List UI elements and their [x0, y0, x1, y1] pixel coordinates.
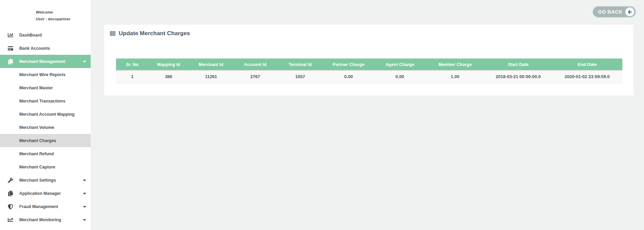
table-cell: 1057	[277, 70, 323, 83]
sidebar-nav: DashBoardBank AccountsMerchant Managemen…	[0, 28, 91, 226]
credit-card-icon	[7, 46, 14, 51]
sidebar-item-merchant-refund[interactable]: Merchant Refund	[0, 147, 91, 160]
sidebar-item-label: DashBoard	[19, 33, 42, 38]
sidebar-item-merchant-account-mapping[interactable]: Merchant Account Mapping	[0, 108, 91, 121]
sidebar-item-merchant-settings[interactable]: Merchant Settings	[0, 174, 91, 187]
back-arrow-icon	[625, 7, 634, 16]
chevron-down-icon	[83, 180, 86, 181]
go-back-label: GO BACK	[598, 9, 622, 15]
sidebar-subitem-label: Merchant Transactions	[19, 99, 65, 104]
sidebar-item-label: Application Manager	[19, 191, 61, 196]
sidebar-item-application-manager[interactable]: Application Manager	[0, 187, 91, 200]
copy-icon	[7, 59, 14, 64]
table-icon	[110, 31, 115, 36]
column-header-partner-charge: Partner Charge	[323, 59, 374, 70]
bar-chart-icon	[7, 32, 14, 38]
column-header-mapping-id: Mapping Id	[148, 59, 189, 70]
column-header-sr-no: Sr. No	[116, 59, 148, 70]
column-header-member-charge: Member Charge	[426, 59, 484, 70]
column-header-account-id: Account Id	[233, 59, 277, 70]
sidebar-item-merchant-charges[interactable]: Merchant Charges	[0, 134, 91, 147]
table-cell: 1.00	[426, 70, 484, 83]
welcome-block: Welcome User : docspartner	[0, 0, 91, 22]
shield-icon	[7, 204, 14, 209]
go-back-button[interactable]: GO BACK	[593, 6, 636, 18]
sidebar-subitem-label: Merchant Volume	[19, 125, 54, 130]
column-header-merchant-id: Merchant Id	[189, 59, 233, 70]
wrench-icon	[7, 178, 14, 183]
table-cell: 386	[148, 70, 189, 83]
column-header-start-date: Start Date	[484, 59, 552, 70]
sidebar-item-merchant-master[interactable]: Merchant Master	[0, 81, 91, 94]
sidebar-item-merchant-wire-reports[interactable]: Merchant Wire Reports	[0, 68, 91, 81]
welcome-user: User : docspartner	[36, 16, 91, 23]
sidebar-subitem-label: Merchant Account Mapping	[19, 112, 74, 117]
content-panel: Update Merchant Charges Sr. NoMapping Id…	[104, 25, 634, 95]
column-header-agent-charge: Agent Charge	[374, 59, 426, 70]
charges-table-wrap: Sr. NoMapping IdMerchant IdAccount IdTer…	[116, 59, 622, 83]
sidebar: Welcome User : docspartner DashBoardBank…	[0, 0, 91, 230]
table-row: 138611261276710570.000.001.002018-03-21 …	[116, 70, 622, 83]
sidebar-item-dashboard[interactable]: DashBoard	[0, 28, 91, 42]
chevron-down-icon	[83, 219, 86, 221]
sidebar-item-label: Bank Accounts	[19, 46, 50, 51]
sidebar-subitem-label: Merchant Wire Reports	[19, 72, 66, 77]
sidebar-item-label: Merchant Settings	[19, 178, 56, 183]
table-cell: 0.00	[323, 70, 374, 83]
sidebar-item-label: Merchant Management	[19, 59, 65, 64]
sidebar-item-label: Merchant Monitoring	[19, 217, 61, 222]
sidebar-item-merchant-volume[interactable]: Merchant Volume	[0, 121, 91, 134]
sidebar-subitem-label: Merchant Capture	[19, 165, 55, 169]
sidebar-item-merchant-transactions[interactable]: Merchant Transactions	[0, 94, 91, 108]
table-cell: 2767	[233, 70, 277, 83]
table-header-row: Sr. NoMapping IdMerchant IdAccount IdTer…	[116, 59, 622, 70]
sidebar-item-bank-accounts[interactable]: Bank Accounts	[0, 42, 91, 55]
charges-table: Sr. NoMapping IdMerchant IdAccount IdTer…	[116, 59, 622, 83]
sidebar-item-fraud-management[interactable]: Fraud Management	[0, 200, 91, 213]
sidebar-item-merchant-monitoring[interactable]: Merchant Monitoring	[0, 213, 91, 226]
chevron-down-icon	[83, 193, 86, 194]
table-cell: 1	[116, 70, 148, 83]
sidebar-item-merchant-capture[interactable]: Merchant Capture	[0, 160, 91, 174]
table-body: 138611261276710570.000.001.002018-03-21 …	[116, 70, 622, 83]
sidebar-subitem-label: Merchant Refund	[19, 152, 54, 156]
sidebar-subitem-label: Merchant Master	[19, 86, 53, 90]
column-header-end-date: End Date	[552, 59, 622, 70]
column-header-terminal-id: Terminal Id	[277, 59, 323, 70]
table-cell: 0.00	[374, 70, 426, 83]
chevron-down-icon	[83, 61, 86, 63]
sidebar-subitem-label: Merchant Charges	[19, 138, 56, 143]
welcome-text: Welcome	[36, 9, 91, 16]
copy-icon	[7, 191, 14, 196]
chart-line-icon	[7, 217, 14, 223]
page-title: Update Merchant Charges	[104, 25, 634, 37]
sidebar-item-merchant-management[interactable]: Merchant Management	[0, 55, 91, 68]
table-cell: 2018-03-21 00:00:00.0	[484, 70, 552, 83]
chevron-down-icon	[83, 206, 86, 208]
table-cell: 2020-01-02 23:59:59.0	[552, 70, 622, 83]
table-cell: 11261	[189, 70, 233, 83]
page-title-text: Update Merchant Charges	[119, 30, 190, 37]
sidebar-item-label: Fraud Management	[19, 204, 58, 209]
